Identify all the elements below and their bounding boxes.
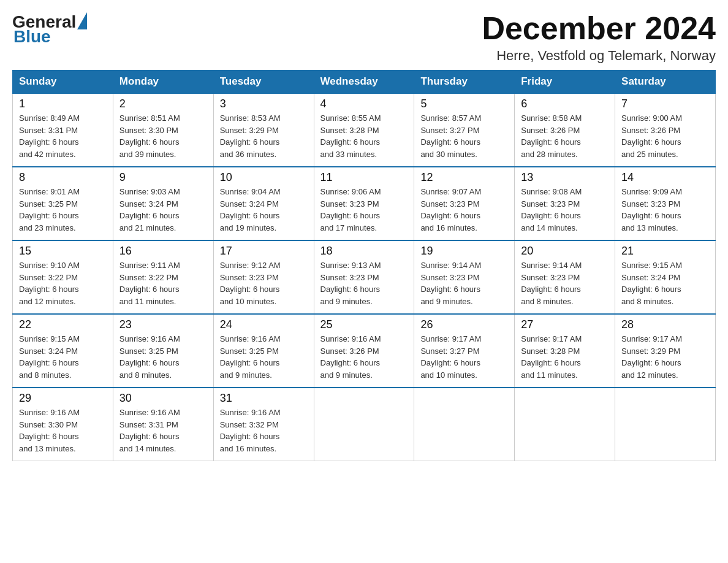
- day-number: 14: [621, 171, 709, 184]
- day-info: Sunrise: 9:00 AM Sunset: 3:26 PM Dayligh…: [621, 112, 709, 160]
- day-info: Sunrise: 9:04 AM Sunset: 3:24 PM Dayligh…: [220, 186, 308, 234]
- title-section: December 2024 Herre, Vestfold og Telemar…: [482, 12, 716, 64]
- day-number: 7: [621, 98, 709, 110]
- calendar-week-3: 15Sunrise: 9:10 AM Sunset: 3:22 PM Dayli…: [13, 240, 716, 314]
- calendar-cell: 23Sunrise: 9:16 AM Sunset: 3:25 PM Dayli…: [113, 314, 213, 388]
- calendar-cell: 28Sunrise: 9:17 AM Sunset: 3:29 PM Dayli…: [615, 314, 716, 388]
- column-header-thursday: Thursday: [414, 71, 515, 94]
- calendar-cell: 31Sunrise: 9:16 AM Sunset: 3:32 PM Dayli…: [213, 388, 314, 461]
- calendar-cell: 18Sunrise: 9:13 AM Sunset: 3:23 PM Dayli…: [314, 240, 414, 314]
- day-number: 29: [19, 392, 107, 405]
- calendar-cell: 3Sunrise: 8:53 AM Sunset: 3:29 PM Daylig…: [213, 93, 314, 167]
- day-number: 2: [119, 98, 207, 110]
- calendar-cell: [615, 388, 716, 461]
- month-title: December 2024: [482, 12, 716, 44]
- calendar-cell: 16Sunrise: 9:11 AM Sunset: 3:22 PM Dayli…: [113, 240, 213, 314]
- day-number: 20: [521, 245, 609, 258]
- page-header: General Blue December 2024 Herre, Vestfo…: [12, 12, 716, 64]
- day-info: Sunrise: 9:15 AM Sunset: 3:24 PM Dayligh…: [19, 333, 107, 381]
- day-number: 22: [19, 318, 107, 331]
- day-number: 21: [621, 245, 709, 258]
- day-number: 8: [19, 171, 107, 184]
- day-number: 15: [19, 245, 107, 258]
- calendar-cell: 27Sunrise: 9:17 AM Sunset: 3:28 PM Dayli…: [515, 314, 615, 388]
- day-info: Sunrise: 9:16 AM Sunset: 3:26 PM Dayligh…: [320, 333, 408, 381]
- day-number: 13: [521, 171, 609, 184]
- column-header-saturday: Saturday: [615, 71, 716, 94]
- calendar-cell: 11Sunrise: 9:06 AM Sunset: 3:23 PM Dayli…: [314, 167, 414, 240]
- day-info: Sunrise: 9:01 AM Sunset: 3:25 PM Dayligh…: [19, 186, 107, 234]
- calendar-week-1: 1Sunrise: 8:49 AM Sunset: 3:31 PM Daylig…: [13, 93, 716, 167]
- day-info: Sunrise: 9:15 AM Sunset: 3:24 PM Dayligh…: [621, 259, 709, 307]
- logo: General Blue: [12, 12, 87, 47]
- calendar-cell: 6Sunrise: 8:58 AM Sunset: 3:26 PM Daylig…: [515, 93, 615, 167]
- calendar-cell: [314, 388, 414, 461]
- day-info: Sunrise: 8:49 AM Sunset: 3:31 PM Dayligh…: [19, 112, 107, 160]
- day-info: Sunrise: 9:11 AM Sunset: 3:22 PM Dayligh…: [119, 259, 207, 307]
- column-header-monday: Monday: [113, 71, 213, 94]
- calendar-cell: 5Sunrise: 8:57 AM Sunset: 3:27 PM Daylig…: [414, 93, 515, 167]
- day-info: Sunrise: 9:17 AM Sunset: 3:27 PM Dayligh…: [420, 333, 508, 381]
- calendar-cell: 30Sunrise: 9:16 AM Sunset: 3:31 PM Dayli…: [113, 388, 213, 461]
- calendar-cell: 13Sunrise: 9:08 AM Sunset: 3:23 PM Dayli…: [515, 167, 615, 240]
- calendar-cell: 8Sunrise: 9:01 AM Sunset: 3:25 PM Daylig…: [13, 167, 113, 240]
- day-info: Sunrise: 9:08 AM Sunset: 3:23 PM Dayligh…: [521, 186, 609, 234]
- calendar-cell: 17Sunrise: 9:12 AM Sunset: 3:23 PM Dayli…: [213, 240, 314, 314]
- day-info: Sunrise: 8:57 AM Sunset: 3:27 PM Dayligh…: [420, 112, 508, 160]
- calendar-week-5: 29Sunrise: 9:16 AM Sunset: 3:30 PM Dayli…: [13, 388, 716, 461]
- calendar-cell: [414, 388, 515, 461]
- day-number: 26: [420, 318, 508, 331]
- day-number: 24: [220, 318, 308, 331]
- location-subtitle: Herre, Vestfold og Telemark, Norway: [482, 48, 716, 64]
- day-number: 27: [521, 318, 609, 331]
- day-number: 23: [119, 318, 207, 331]
- calendar-cell: [515, 388, 615, 461]
- day-info: Sunrise: 9:16 AM Sunset: 3:32 PM Dayligh…: [220, 407, 308, 454]
- calendar-cell: 22Sunrise: 9:15 AM Sunset: 3:24 PM Dayli…: [13, 314, 113, 388]
- day-info: Sunrise: 9:14 AM Sunset: 3:23 PM Dayligh…: [521, 259, 609, 307]
- day-number: 1: [19, 98, 107, 110]
- column-header-wednesday: Wednesday: [314, 71, 414, 94]
- column-header-sunday: Sunday: [13, 71, 113, 94]
- calendar-cell: 7Sunrise: 9:00 AM Sunset: 3:26 PM Daylig…: [615, 93, 716, 167]
- day-number: 18: [320, 245, 408, 258]
- day-info: Sunrise: 9:07 AM Sunset: 3:23 PM Dayligh…: [420, 186, 508, 234]
- day-number: 25: [320, 318, 408, 331]
- day-number: 31: [220, 392, 308, 405]
- day-info: Sunrise: 9:10 AM Sunset: 3:22 PM Dayligh…: [19, 259, 107, 307]
- day-number: 12: [420, 171, 508, 184]
- day-info: Sunrise: 9:14 AM Sunset: 3:23 PM Dayligh…: [420, 259, 508, 307]
- day-number: 4: [320, 98, 408, 110]
- column-header-friday: Friday: [515, 71, 615, 94]
- calendar-week-2: 8Sunrise: 9:01 AM Sunset: 3:25 PM Daylig…: [13, 167, 716, 240]
- day-info: Sunrise: 9:17 AM Sunset: 3:28 PM Dayligh…: [521, 333, 609, 381]
- day-info: Sunrise: 8:58 AM Sunset: 3:26 PM Dayligh…: [521, 112, 609, 160]
- day-number: 10: [220, 171, 308, 184]
- day-info: Sunrise: 9:12 AM Sunset: 3:23 PM Dayligh…: [220, 259, 308, 307]
- calendar-cell: 20Sunrise: 9:14 AM Sunset: 3:23 PM Dayli…: [515, 240, 615, 314]
- day-number: 16: [119, 245, 207, 258]
- day-info: Sunrise: 9:16 AM Sunset: 3:25 PM Dayligh…: [220, 333, 308, 381]
- calendar-header-row: SundayMondayTuesdayWednesdayThursdayFrid…: [13, 71, 716, 94]
- day-number: 28: [621, 318, 709, 331]
- calendar-cell: 9Sunrise: 9:03 AM Sunset: 3:24 PM Daylig…: [113, 167, 213, 240]
- logo-blue-text: Blue: [13, 27, 51, 47]
- day-number: 5: [420, 98, 508, 110]
- day-info: Sunrise: 9:16 AM Sunset: 3:30 PM Dayligh…: [19, 407, 107, 454]
- day-number: 30: [119, 392, 207, 405]
- calendar-cell: 4Sunrise: 8:55 AM Sunset: 3:28 PM Daylig…: [314, 93, 414, 167]
- day-number: 6: [521, 98, 609, 110]
- calendar-cell: 1Sunrise: 8:49 AM Sunset: 3:31 PM Daylig…: [13, 93, 113, 167]
- calendar-cell: 19Sunrise: 9:14 AM Sunset: 3:23 PM Dayli…: [414, 240, 515, 314]
- day-info: Sunrise: 8:53 AM Sunset: 3:29 PM Dayligh…: [220, 112, 308, 160]
- calendar-cell: 15Sunrise: 9:10 AM Sunset: 3:22 PM Dayli…: [13, 240, 113, 314]
- day-info: Sunrise: 8:55 AM Sunset: 3:28 PM Dayligh…: [320, 112, 408, 160]
- day-number: 11: [320, 171, 408, 184]
- calendar-cell: 25Sunrise: 9:16 AM Sunset: 3:26 PM Dayli…: [314, 314, 414, 388]
- day-info: Sunrise: 9:16 AM Sunset: 3:31 PM Dayligh…: [119, 407, 207, 454]
- day-info: Sunrise: 9:03 AM Sunset: 3:24 PM Dayligh…: [119, 186, 207, 234]
- calendar-cell: 21Sunrise: 9:15 AM Sunset: 3:24 PM Dayli…: [615, 240, 716, 314]
- calendar-cell: 24Sunrise: 9:16 AM Sunset: 3:25 PM Dayli…: [213, 314, 314, 388]
- column-header-tuesday: Tuesday: [213, 71, 314, 94]
- day-info: Sunrise: 9:06 AM Sunset: 3:23 PM Dayligh…: [320, 186, 408, 234]
